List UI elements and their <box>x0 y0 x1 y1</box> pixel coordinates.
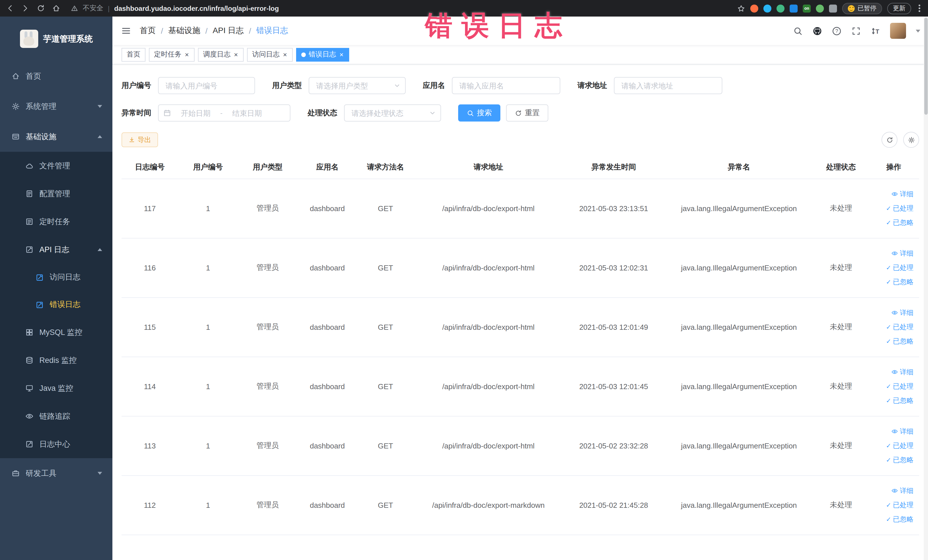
back-icon[interactable] <box>6 4 14 12</box>
bookmark-star-icon[interactable] <box>737 4 745 12</box>
gear-icon <box>907 136 915 143</box>
tab[interactable]: 首页 <box>122 48 145 61</box>
help-icon[interactable]: ? <box>832 26 841 36</box>
reload-icon[interactable] <box>37 4 45 12</box>
cell-status: 未处理 <box>814 475 868 535</box>
process-status-select[interactable] <box>344 104 441 122</box>
breadcrumb-separator: / <box>161 26 163 35</box>
extension-icon[interactable] <box>816 4 824 12</box>
ignore-link[interactable]: ✓ 已忽略 <box>886 514 913 524</box>
browser-menu-icon[interactable] <box>919 8 920 9</box>
ignore-link[interactable]: ✓ 已忽略 <box>886 396 913 405</box>
monitor-icon <box>25 384 34 392</box>
tab-close-icon[interactable]: × <box>184 50 189 58</box>
processed-link[interactable]: ✓ 已处理 <box>886 322 913 332</box>
request-url-input[interactable] <box>614 77 722 94</box>
chevron-up-icon <box>98 248 102 251</box>
processed-link[interactable]: ✓ 已处理 <box>886 203 913 213</box>
tab-close-icon[interactable]: × <box>282 50 288 58</box>
app-name-input[interactable] <box>452 77 560 94</box>
breadcrumb-item[interactable]: API 日志 <box>213 26 244 36</box>
browser-update-button[interactable]: 更新 <box>887 3 911 14</box>
refresh-table-button[interactable] <box>882 132 897 148</box>
column-settings-button[interactable] <box>903 132 919 148</box>
sidebar-item-access-log[interactable]: 访问日志 <box>0 264 112 291</box>
security-warning-icon[interactable] <box>71 5 78 12</box>
breadcrumb-item[interactable]: 基础设施 <box>168 26 200 36</box>
sidebar-item-log-center[interactable]: 日志中心 <box>0 430 112 458</box>
start-date-input[interactable] <box>174 109 218 117</box>
export-button[interactable]: 导出 <box>122 132 158 147</box>
extension-icon[interactable] <box>750 4 758 12</box>
extension-icon[interactable]: on <box>803 4 811 12</box>
tab[interactable]: 定时任务 × <box>149 48 195 61</box>
sidebar-item-home[interactable]: 首页 <box>0 61 112 91</box>
chevron-down-icon[interactable] <box>916 29 920 32</box>
detail-link[interactable]: 详细 <box>891 486 913 496</box>
database-icon <box>25 356 34 365</box>
detail-link[interactable]: 详细 <box>891 308 913 317</box>
cell-user-type: 管理员 <box>238 179 298 238</box>
update-label: 更新 <box>893 4 905 12</box>
home-icon[interactable] <box>52 4 61 12</box>
hamburger-icon[interactable] <box>112 26 140 36</box>
sidebar-item-error-log[interactable]: 错误日志 <box>0 291 112 318</box>
github-icon[interactable] <box>812 26 822 36</box>
forward-icon[interactable] <box>21 4 30 12</box>
url-text[interactable]: dashboard.yudao.iocoder.cn/infra/log/api… <box>114 4 279 12</box>
sidebar-item-redis-monitor[interactable]: Redis 监控 <box>0 346 112 374</box>
ignore-link[interactable]: ✓ 已忽略 <box>886 277 913 287</box>
tab[interactable]: 错误日志 × <box>296 48 349 61</box>
extension-icon[interactable] <box>829 4 837 12</box>
tab-close-icon[interactable]: × <box>339 50 344 58</box>
sidebar-item-api-log[interactable]: API 日志 <box>0 236 112 264</box>
processed-link[interactable]: ✓ 已处理 <box>886 381 913 391</box>
sidebar-item-scheduled-job[interactable]: 定时任务 <box>0 208 112 236</box>
reset-button[interactable]: 重置 <box>506 104 548 122</box>
sidebar-item-trace[interactable]: 链路追踪 <box>0 402 112 430</box>
sidebar-item-file-manage[interactable]: 文件管理 <box>0 152 112 180</box>
sidebar-item-java-monitor[interactable]: Java 监控 <box>0 374 112 402</box>
sidebar-item-system[interactable]: 系统管理 <box>0 91 112 122</box>
app-logo[interactable]: 芋道管理系统 <box>0 17 112 61</box>
font-size-icon[interactable]: T <box>871 26 881 36</box>
detail-link[interactable]: 详细 <box>891 189 913 199</box>
fullscreen-icon[interactable] <box>851 26 861 36</box>
extension-icon[interactable] <box>777 4 785 12</box>
detail-link-label: 详细 <box>900 367 913 377</box>
avatar[interactable] <box>890 23 906 39</box>
sidebar-item-infra[interactable]: 基础设施 <box>0 122 112 152</box>
exception-time-range-picker[interactable]: - <box>158 104 290 122</box>
tab[interactable]: 调度日志 × <box>198 48 244 61</box>
paused-extension-chip[interactable]: 已暂停 <box>842 3 882 14</box>
processed-link[interactable]: ✓ 已处理 <box>886 263 913 272</box>
extension-icon[interactable] <box>790 4 798 12</box>
user-id-input[interactable] <box>158 77 255 94</box>
detail-link-label: 详细 <box>900 426 913 436</box>
processed-link[interactable]: ✓ 已处理 <box>886 441 913 450</box>
ignore-link[interactable]: ✓ 已忽略 <box>886 455 913 465</box>
address-bar[interactable]: 不安全 | dashboard.yudao.iocoder.cn/infra/l… <box>69 3 734 13</box>
detail-link[interactable]: 详细 <box>891 367 913 377</box>
tab[interactable]: 访问日志 × <box>247 48 293 61</box>
sidebar-item-dev-tools[interactable]: 研发工具 <box>0 458 112 488</box>
page-scrollbar[interactable] <box>924 17 928 560</box>
detail-link[interactable]: 详细 <box>891 426 913 436</box>
ignore-link[interactable]: ✓ 已忽略 <box>886 218 913 227</box>
extension-icon[interactable] <box>763 4 771 12</box>
sidebar-item-config-manage[interactable]: 配置管理 <box>0 180 112 208</box>
ignore-link[interactable]: ✓ 已忽略 <box>886 336 913 346</box>
search-icon[interactable] <box>793 26 803 36</box>
scrollbar-thumb[interactable] <box>924 18 928 115</box>
breadcrumb-item[interactable]: 首页 <box>140 26 156 36</box>
sidebar-item-label: 链路追踪 <box>40 411 70 421</box>
search-button[interactable]: 搜索 <box>458 104 501 122</box>
detail-link[interactable]: 详细 <box>891 249 913 258</box>
cell-app-name: dashboard <box>298 297 357 357</box>
sidebar-item-mysql-monitor[interactable]: MySQL 监控 <box>0 318 112 346</box>
processed-link[interactable]: ✓ 已处理 <box>886 500 913 510</box>
end-date-input[interactable] <box>225 109 269 117</box>
tab-close-icon[interactable]: × <box>234 50 238 58</box>
cell-user-type: 管理员 <box>238 357 298 416</box>
user-type-select[interactable] <box>309 77 406 94</box>
